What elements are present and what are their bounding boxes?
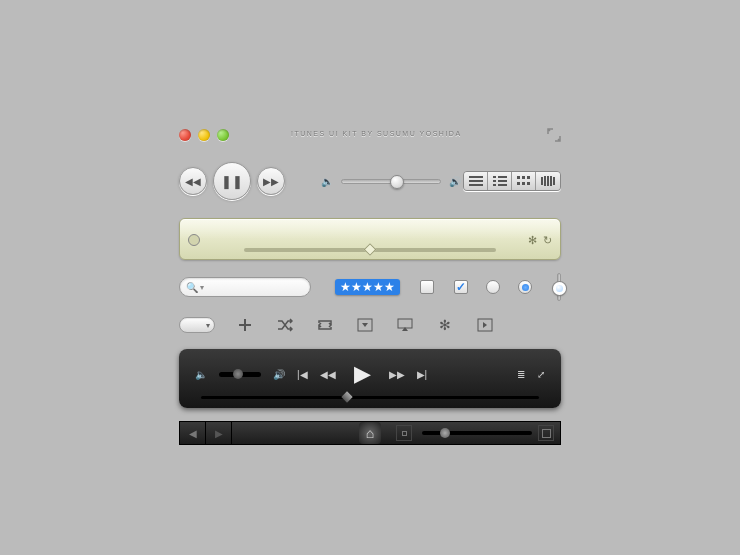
dark-volume-high-icon: 🔊 [273,369,285,380]
dropdown-icon[interactable] [357,317,373,333]
zoom-thumb[interactable] [440,428,450,438]
app-title: ITUNES UI KIT BY SUSUMU YOSHIDA [291,130,462,137]
checkbox-unchecked[interactable] [420,280,434,294]
minimize-window[interactable] [198,129,210,141]
zoom-out-button[interactable] [396,425,412,441]
radio-off[interactable] [486,280,500,294]
svg-rect-18 [550,176,552,186]
dark-progress-thumb[interactable] [341,391,352,402]
airplay-icon[interactable] [397,317,413,333]
checkbox-checked[interactable]: ✓ [454,280,468,294]
star-icon: ★ [384,281,395,293]
volume-low-icon: 🔈 [321,176,333,187]
nav-back-button[interactable]: ◀ [180,422,206,444]
dark-volume-low-icon: 🔈 [195,369,207,380]
svg-rect-1 [469,180,483,182]
skip-forward-button[interactable]: ▶| [417,369,428,380]
vertical-slider-thumb[interactable] [553,282,566,295]
skip-back-button[interactable]: |◀ [297,369,308,380]
zoom-in-button[interactable] [538,425,554,441]
svg-rect-4 [498,176,507,178]
volume-slider[interactable] [341,179,441,184]
bottom-navbar: ◀ ▶ ⌂ [179,421,561,445]
search-field[interactable]: 🔍 ▾ [179,277,311,297]
visualizer-icon[interactable]: ✻ [437,317,453,333]
forward-box-icon[interactable] [477,317,493,333]
view-list[interactable] [464,172,488,190]
svg-rect-14 [527,182,530,185]
svg-rect-10 [522,176,525,179]
svg-rect-2 [469,184,483,186]
search-input[interactable] [204,282,294,293]
rewind-button[interactable]: ◀◀ [320,369,336,380]
svg-rect-0 [469,176,483,178]
lcd-play-icon[interactable] [188,234,200,246]
radio-on[interactable] [518,280,532,294]
fullscreen-icon[interactable]: ⤢ [537,369,545,380]
lcd-progress-thumb[interactable] [364,243,377,256]
lcd-display: ✻ ↻ [179,218,561,260]
dark-play-button[interactable]: ▶ [348,361,377,387]
eject-icon[interactable]: ↻ [543,234,552,247]
svg-rect-8 [498,184,507,186]
rating-widget[interactable]: ★★★★★ [335,279,400,295]
view-coverflow[interactable] [536,172,560,190]
search-icon: 🔍 [186,282,198,293]
dark-volume-slider[interactable] [219,372,261,377]
svg-rect-13 [522,182,525,185]
dark-volume-thumb[interactable] [233,369,243,379]
svg-rect-15 [541,177,543,185]
svg-rect-19 [553,177,555,185]
fast-forward-button[interactable]: ▶▶ [389,369,405,380]
visualizer-icon[interactable]: ✻ [528,234,537,247]
dark-progress[interactable] [201,396,539,399]
previous-button[interactable]: ◀◀ [179,167,207,195]
next-button[interactable]: ▶▶ [257,167,285,195]
expand-icon[interactable] [547,128,561,142]
close-window[interactable] [179,129,191,141]
svg-rect-17 [547,176,549,186]
star-icon: ★ [340,281,351,293]
view-columns[interactable] [488,172,512,190]
svg-rect-5 [493,180,496,182]
svg-rect-11 [527,176,530,179]
volume-high-icon: 🔊 [449,176,461,187]
view-grid[interactable] [512,172,536,190]
svg-rect-3 [493,176,496,178]
svg-rect-9 [517,176,520,179]
star-icon: ★ [351,281,362,293]
dark-player: 🔈 🔊 |◀ ◀◀ ▶ ▶▶ ▶| ≣ ⤢ [179,349,561,408]
svg-rect-21 [398,319,412,328]
volume-thumb[interactable] [390,175,404,189]
svg-rect-12 [517,182,520,185]
repeat-icon[interactable] [317,317,333,333]
playlist-icon[interactable]: ≣ [517,369,525,380]
vertical-slider[interactable] [557,273,561,301]
pause-button[interactable]: ❚❚ [213,162,251,200]
zoom-slider[interactable] [422,431,532,435]
pill-dropdown[interactable]: ▾ [179,317,215,333]
svg-rect-6 [498,180,507,182]
svg-rect-7 [493,184,496,186]
view-switcher [463,171,561,191]
lcd-progress[interactable] [244,248,496,252]
shuffle-icon[interactable] [277,317,293,333]
svg-rect-16 [544,176,546,186]
nav-forward-button[interactable]: ▶ [206,422,232,444]
plus-icon[interactable] [237,317,253,333]
star-icon: ★ [362,281,373,293]
nav-home-button[interactable]: ⌂ [359,422,381,444]
zoom-window[interactable] [217,129,229,141]
star-icon: ★ [373,281,384,293]
